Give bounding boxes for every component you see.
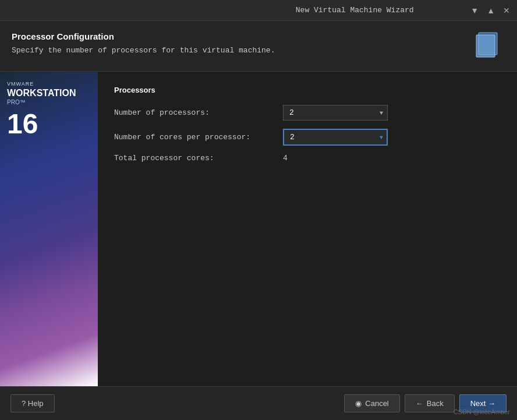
help-button[interactable]: ? Help [10, 394, 55, 412]
next-label: Next → [470, 399, 495, 408]
minimize-button[interactable]: ▼ [470, 6, 479, 15]
num-processors-select-wrapper: 1 2 4 8 ▼ [283, 105, 388, 121]
close-button[interactable]: ✕ [503, 6, 510, 15]
header-icon [473, 29, 505, 62]
header: Processor Configuration Specify the numb… [0, 21, 517, 72]
num-cores-row: Number of cores per processor: 1 2 4 8 ▼ [114, 129, 501, 146]
num-cores-select-wrapper: 1 2 4 8 ▼ [283, 129, 388, 146]
brand-workstation-label: WORKSTATION [7, 88, 93, 98]
total-cores-value: 4 [283, 154, 288, 163]
brand-vmware-label: VMWARE [7, 81, 93, 87]
watermark: CSDN @kiceAmber [454, 408, 510, 415]
page-subtitle: Specify the number of processors for thi… [12, 46, 275, 55]
num-cores-label: Number of cores per processor: [114, 133, 283, 142]
header-text: Processor Configuration Specify the numb… [12, 31, 275, 55]
footer-left: ? Help [10, 394, 55, 412]
footer: ? Help ◉ Cancel ← Back Next → [0, 386, 517, 420]
back-button[interactable]: ← Back [405, 394, 455, 412]
back-label: Back [427, 399, 444, 408]
cancel-icon: ◉ [355, 399, 362, 408]
num-processors-select[interactable]: 1 2 4 8 [283, 105, 388, 121]
title-bar-title: New Virtual Machine Wizard [239, 6, 470, 15]
title-bar-controls: ▼ ▲ ✕ [470, 6, 510, 15]
sidebar: VMWARE WORKSTATION PRO™ 16 [0, 72, 98, 386]
title-bar: New Virtual Machine Wizard ▼ ▲ ✕ [0, 0, 517, 21]
num-cores-select[interactable]: 1 2 4 8 [283, 129, 388, 146]
total-cores-label: Total processor cores: [114, 154, 283, 163]
brand-pro-label: PRO™ [7, 99, 93, 105]
back-arrow-icon: ← [416, 399, 423, 408]
sidebar-brand: VMWARE WORKSTATION PRO™ 16 [7, 81, 93, 138]
num-processors-label: Number of processors: [114, 108, 283, 117]
num-processors-row: Number of processors: 1 2 4 8 ▼ [114, 105, 501, 121]
brand-number-label: 16 [7, 110, 93, 138]
maximize-button[interactable]: ▲ [487, 6, 495, 15]
right-panel: Processors Number of processors: 1 2 4 8… [98, 72, 517, 386]
processors-section-title: Processors [114, 86, 501, 94]
svg-rect-1 [476, 35, 495, 57]
page-title: Processor Configuration [12, 31, 275, 41]
total-cores-row: Total processor cores: 4 [114, 154, 501, 163]
cancel-label: Cancel [365, 399, 388, 408]
main-content: VMWARE WORKSTATION PRO™ 16 Processors Nu… [0, 72, 517, 386]
cancel-button[interactable]: ◉ Cancel [344, 394, 399, 412]
